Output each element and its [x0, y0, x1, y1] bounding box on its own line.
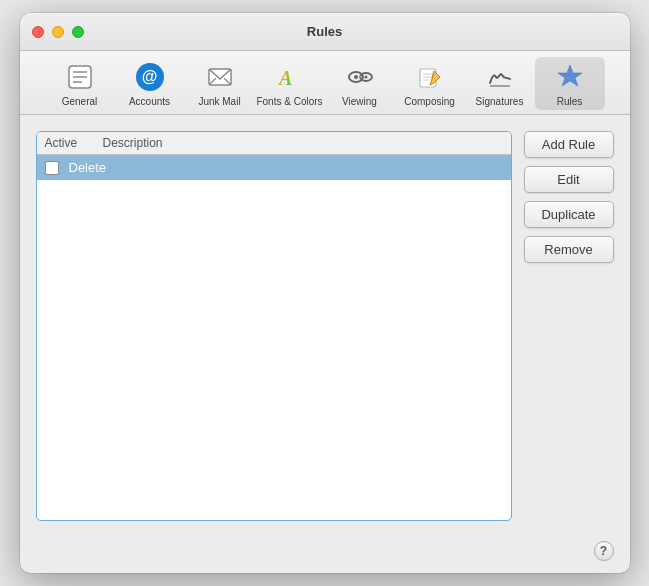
- svg-point-9: [354, 75, 358, 79]
- svg-text:A: A: [277, 67, 292, 89]
- remove-button[interactable]: Remove: [524, 236, 614, 263]
- toolbar-item-accounts[interactable]: @ Accounts: [115, 57, 185, 110]
- titlebar: Rules: [20, 13, 630, 51]
- content-area: Active Description Delete Add Rule Edit …: [20, 115, 630, 537]
- viewing-label: Viewing: [342, 96, 377, 107]
- table-row[interactable]: Delete: [37, 155, 511, 180]
- buttons-panel: Add Rule Edit Duplicate Remove: [524, 131, 614, 521]
- fonts-colors-icon: A: [274, 61, 306, 93]
- close-button[interactable]: [32, 26, 44, 38]
- composing-icon: [414, 61, 446, 93]
- toolbar-item-rules[interactable]: Rules: [535, 57, 605, 110]
- toolbar: General @ Accounts Junk Mail: [20, 51, 630, 115]
- rule-active-checkbox[interactable]: [45, 161, 59, 175]
- rules-list-body[interactable]: Delete: [37, 155, 511, 520]
- add-rule-button[interactable]: Add Rule: [524, 131, 614, 158]
- accounts-icon: @: [134, 61, 166, 93]
- svg-point-11: [364, 76, 367, 79]
- rules-icon: [554, 61, 586, 93]
- header-active: Active: [45, 136, 95, 150]
- composing-label: Composing: [404, 96, 455, 107]
- toolbar-item-composing[interactable]: Composing: [395, 57, 465, 110]
- rules-list-container: Active Description Delete: [36, 131, 512, 521]
- junk-mail-icon: [204, 61, 236, 93]
- duplicate-button[interactable]: Duplicate: [524, 201, 614, 228]
- main-window: Rules General @ Accounts: [20, 13, 630, 573]
- rules-label: Rules: [557, 96, 583, 107]
- signatures-label: Signatures: [476, 96, 524, 107]
- toolbar-item-viewing[interactable]: Viewing: [325, 57, 395, 110]
- help-button[interactable]: ?: [594, 541, 614, 561]
- fonts-colors-label: Fonts & Colors: [256, 96, 322, 107]
- toolbar-item-general[interactable]: General: [45, 57, 115, 110]
- edit-button[interactable]: Edit: [524, 166, 614, 193]
- rule-description: Delete: [69, 160, 107, 175]
- svg-marker-19: [558, 65, 582, 86]
- maximize-button[interactable]: [72, 26, 84, 38]
- rules-list-header: Active Description: [37, 132, 511, 155]
- viewing-icon: [344, 61, 376, 93]
- toolbar-item-signatures[interactable]: Signatures: [465, 57, 535, 110]
- accounts-label: Accounts: [129, 96, 170, 107]
- window-title: Rules: [307, 24, 342, 39]
- general-icon: [64, 61, 96, 93]
- minimize-button[interactable]: [52, 26, 64, 38]
- window-controls: [32, 26, 84, 38]
- svg-rect-12: [359, 76, 362, 78]
- signatures-icon: [484, 61, 516, 93]
- header-description: Description: [103, 136, 163, 150]
- toolbar-item-junk-mail[interactable]: Junk Mail: [185, 57, 255, 110]
- general-label: General: [62, 96, 98, 107]
- bottom-bar: ?: [20, 537, 630, 573]
- toolbar-item-fonts-colors[interactable]: A Fonts & Colors: [255, 57, 325, 110]
- junk-mail-label: Junk Mail: [198, 96, 240, 107]
